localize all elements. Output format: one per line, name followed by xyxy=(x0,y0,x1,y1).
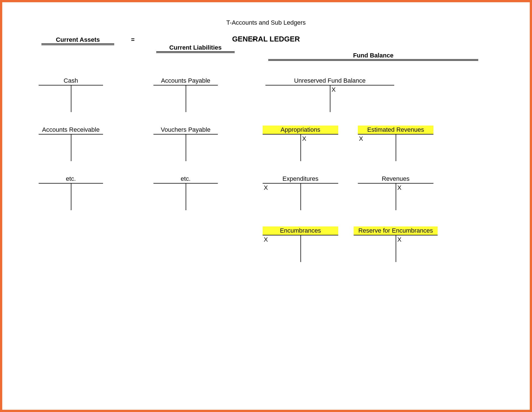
t-account-unreserved-fund-balance: Unreserved Fund Balance X xyxy=(265,77,394,112)
t-account-assets-etc: etc. xyxy=(39,175,103,210)
t-account-body xyxy=(39,184,103,210)
t-account-title: Revenues xyxy=(358,175,433,184)
t-account-body: X xyxy=(358,135,433,161)
t-account-liabilities-etc: etc. xyxy=(153,175,218,210)
header-current-assets: Current Assets xyxy=(41,36,114,44)
page-frame: T-Accounts and Sub Ledgers GENERAL LEDGE… xyxy=(0,0,532,412)
header-fund-balance: Fund Balance xyxy=(268,52,478,60)
t-account-title: Vouchers Payable xyxy=(153,126,218,135)
header-current-liabilities: Current Liabilities xyxy=(156,44,235,52)
t-account-title: Estimated Revenues xyxy=(358,126,433,135)
t-account-title: Encumbrances xyxy=(263,226,338,235)
t-account-cash: Cash xyxy=(39,77,103,112)
t-account-expenditures: Expenditures X xyxy=(263,175,338,210)
t-account-revenues: Revenues X xyxy=(358,175,433,210)
credit-cell: X xyxy=(397,184,402,191)
t-account-body xyxy=(39,135,103,161)
t-account-body xyxy=(153,135,218,161)
debit-cell: X xyxy=(264,184,268,191)
t-account-title: Accounts Payable xyxy=(153,77,218,85)
page-title: T-Accounts and Sub Ledgers xyxy=(25,19,507,26)
t-account-encumbrances: Encumbrances X xyxy=(263,226,338,262)
t-account-title: Reserve for Encumbrances xyxy=(354,226,438,235)
t-account-body: X xyxy=(263,135,338,161)
credit-cell: X xyxy=(332,86,336,93)
t-account-title: etc. xyxy=(153,175,218,184)
t-account-title: Appropriations xyxy=(263,126,338,135)
t-account-estimated-revenues: Estimated Revenues X xyxy=(358,126,433,161)
t-account-body: X xyxy=(265,85,394,112)
t-account-vouchers-payable: Vouchers Payable xyxy=(153,126,218,161)
t-account-accounts-payable: Accounts Payable xyxy=(153,77,218,112)
t-account-body: X xyxy=(354,235,438,262)
equation-header: Current Assets = Current Liabilities + F… xyxy=(25,36,507,47)
t-account-title: Cash xyxy=(39,77,103,85)
t-account-title: etc. xyxy=(39,175,103,184)
t-account-title: Expenditures xyxy=(263,175,338,184)
t-account-reserve-for-encumbrances: Reserve for Encumbrances X xyxy=(354,226,438,262)
t-account-title: Unreserved Fund Balance xyxy=(265,77,394,85)
t-account-body: X xyxy=(263,235,338,262)
plus-sign: + xyxy=(252,36,256,43)
t-account-body xyxy=(153,184,218,210)
t-account-title: Accounts Receivable xyxy=(39,126,103,135)
t-account-body: X xyxy=(358,184,433,210)
equals-sign: = xyxy=(131,36,135,43)
credit-cell: X xyxy=(397,236,402,243)
t-account-accounts-receivable: Accounts Receivable xyxy=(39,126,103,161)
debit-cell: X xyxy=(359,135,363,142)
t-account-body xyxy=(39,85,103,112)
t-account-body: X xyxy=(263,184,338,210)
t-account-body xyxy=(153,85,218,112)
t-account-appropriations: Appropriations X xyxy=(263,126,338,161)
credit-cell: X xyxy=(302,135,306,142)
debit-cell: X xyxy=(264,236,268,243)
